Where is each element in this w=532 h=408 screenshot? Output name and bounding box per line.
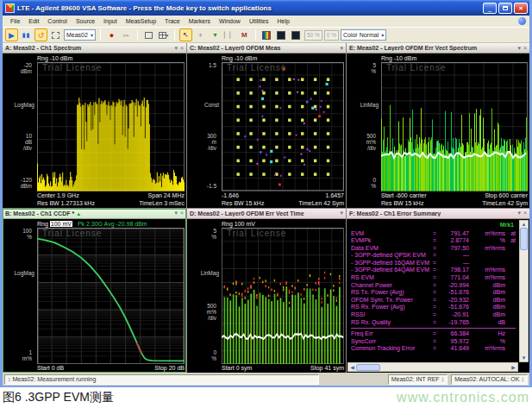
menu-item-trace[interactable]: Trace [160,17,185,25]
menu-item-meassetup[interactable]: MeasSetup [122,17,160,25]
title-bar[interactable]: LTE - Agilent 89600 VSA Software - Press… [3,0,529,16]
menu-item-input[interactable]: Input [99,17,122,25]
errvect-spectrum-plot[interactable] [381,62,528,191]
grid-layout-button[interactable]: ▾ [157,28,170,41]
summary-row: Data EVM=797.50m%rms [351,245,516,253]
menu-item-control[interactable]: Control [43,17,72,25]
scroll-up-icon[interactable]: ▲ [520,221,528,228]
menu-item-utilities[interactable]: Utilities [245,17,273,25]
scroll-right-icon[interactable]: ▶ [510,364,517,371]
measurement-select-value: Meas02 [66,32,88,38]
pause-icon: ▮▮ [22,32,31,39]
crosshair-tool-button[interactable]: + [194,28,207,41]
selection-tool-button[interactable] [49,28,62,41]
color-low-field[interactable]: 0 % [324,30,339,41]
spinner-icon[interactable]: ↕ [8,376,11,382]
panel-e-header[interactable]: E: Meas02 - Layer0 OFDM Err Vect Spectru… [347,43,529,53]
figure-caption: 图6 .3GPP EVM测量 [3,390,397,405]
dark-square-icon [277,31,285,40]
panel-close-icon[interactable]: × [180,45,184,52]
menu-item-edit[interactable]: Edit [24,17,43,25]
cursor-arrow-icon: ↖ [183,31,189,39]
range-readout: Rng 100 mV [187,220,344,228]
trial-license-watermark: Trial License [42,63,102,72]
play-button[interactable]: ▶ [5,28,18,41]
errvect-time-plot[interactable] [222,228,344,365]
offset-marker-button[interactable]: ▏▏ [223,28,236,41]
menu-item-markers[interactable]: Markers [185,17,215,25]
menu-item-window[interactable]: Window [215,17,245,25]
spinner-icon[interactable]: ↕ [522,376,525,382]
spinner-icon[interactable]: ↕ [441,376,445,382]
color-high-field[interactable]: 50 % [304,30,322,41]
panel-close-icon[interactable]: × [523,210,527,217]
help-icon[interactable] [518,17,526,25]
panel-close-icon[interactable]: × [523,45,527,52]
panel-menu-icon[interactable]: ▾ [340,210,343,217]
vertical-scrollbar[interactable]: ▲ ▼ [519,220,529,363]
vertical-scroll-thumb[interactable] [520,228,528,250]
pause-button[interactable]: ▮▮ [20,28,33,41]
record-button[interactable]: ● [105,28,118,41]
panel-b-title: B: Meas02 - Ch1 CCDF*▲ [5,210,174,217]
play-icon: ▶ [9,31,15,40]
app-window: LTE - Agilent 89600 VSA Software - Press… [0,0,532,387]
trial-license-watermark: Trial License [227,63,286,72]
horizontal-scroll-thumb[interactable] [356,364,380,371]
colormap-icon [262,31,271,40]
panel-e-errvect-spectrum: E: Meas02 - Layer0 OFDM Err Vect Spectru… [347,43,529,208]
x-axis-row: Start 0 symStop 41 sym [187,364,344,372]
marker-tool-button[interactable]: ▼ [209,28,222,41]
panel-b-header[interactable]: B: Meas02 - Ch1 CCDF*▲ ▾× [3,209,186,219]
x-axis-row2: Res BW 15 kHzTimeLen 42 Sym [347,199,528,207]
summary-row: - 3GPP-defined 16QAM EVM=— [351,260,516,267]
summary-row: Channel Power=-20.994dBm [351,282,516,290]
autocal-status[interactable]: Meas02: AUTOCAL: OK↕ [451,374,528,385]
panel-grid: A: Meas02 - Ch1 Spectrum ▾× Rng -10 dBm … [3,43,529,373]
panel-menu-icon[interactable]: ▾ [174,45,178,52]
playback-icon: ▸▸ [123,32,129,39]
panel-a-header[interactable]: A: Meas02 - Ch1 Spectrum ▾× [3,43,186,53]
color-mode-select[interactable]: Color Normal▾ [341,29,386,41]
trace-dark2-button[interactable] [290,28,303,41]
playback-button[interactable]: ▸▸ [120,28,133,41]
caption-area: 图6 .3GPP EVM测量 www.cntronics.com [0,387,532,408]
reference-status[interactable]: Meas02: INT REF↕ [388,374,448,385]
pointer-tool-button[interactable]: ↖ [179,28,192,41]
constellation-plot[interactable] [222,62,344,191]
panel-menu-icon[interactable]: ▾ [517,210,521,217]
measurement-select[interactable]: Meas02▾ [64,29,96,41]
selection-icon [52,32,59,39]
marker-m-button[interactable]: M [238,28,251,41]
x-axis-row2: Res BW 15 kHzTimeLen 42 Sym [187,199,344,207]
panel-menu-icon[interactable]: ▾ [340,45,343,52]
menu-item-file[interactable]: File [6,17,24,25]
panel-menu-icon[interactable]: ▾ [174,210,178,217]
single-layout-button[interactable] [142,28,155,41]
grid-window-icon [159,32,166,39]
colormap-button[interactable] [260,28,273,41]
site-watermark: www.cntronics.com [397,390,529,405]
color-mode-value: Color Normal [343,32,379,38]
measurement-status[interactable]: ↕Meas02: Measurement running [4,374,319,385]
trace-dark1-button[interactable] [275,28,288,41]
panel-menu-icon[interactable]: ▾ [517,45,521,52]
restart-button[interactable]: ↺ [34,28,47,41]
minimize-button[interactable]: _ [483,3,497,14]
scroll-down-icon[interactable]: ▼ [520,355,528,361]
ccdf-plot[interactable] [37,228,185,365]
panel-c-header[interactable]: C: Meas02 - Layer0 OFDM Meas ▾ [187,43,346,53]
spectrum-plot[interactable] [37,62,185,191]
horizontal-scrollbar[interactable]: ◀ ▶ [347,362,518,372]
scroll-left-icon[interactable]: ◀ [348,364,356,371]
range-readout: Rng -10 dBm [347,54,528,62]
close-button[interactable]: × [514,3,528,14]
panel-f-header[interactable]: F: Meas02 - Ch1 Error Summary ▾× [347,209,529,219]
menu-item-help[interactable]: Help [273,17,294,25]
panel-close-icon[interactable]: × [180,210,184,217]
panel-d-header[interactable]: D: Meas02 - Layer0 OFDM Err Vect Time ▾ [187,209,346,219]
summary-row: - 3GPP-defined 64QAM EVM=798.17m%rms [351,267,516,274]
menu-item-source[interactable]: Source [72,17,99,25]
restore-button[interactable] [498,3,512,14]
chevron-down-icon: ▾ [166,33,169,38]
